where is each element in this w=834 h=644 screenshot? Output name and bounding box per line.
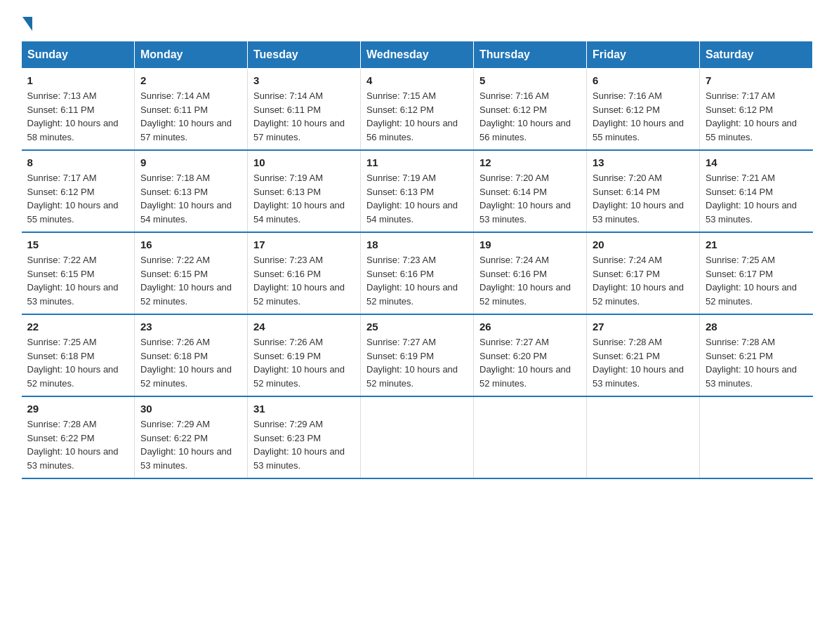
calendar-cell: 23 Sunrise: 7:26 AM Sunset: 6:18 PM Dayl… [135, 314, 248, 396]
calendar-cell [474, 396, 587, 478]
day-info: Sunrise: 7:25 AM Sunset: 6:18 PM Dayligh… [27, 335, 129, 390]
day-number: 2 [140, 74, 241, 86]
day-number: 22 [27, 321, 129, 333]
day-number: 3 [253, 74, 355, 86]
calendar-cell: 3 Sunrise: 7:14 AM Sunset: 6:11 PM Dayli… [248, 69, 361, 151]
calendar-cell: 6 Sunrise: 7:16 AM Sunset: 6:12 PM Dayli… [587, 69, 700, 151]
weekday-header-thursday: Thursday [474, 41, 587, 69]
day-info: Sunrise: 7:27 AM Sunset: 6:19 PM Dayligh… [366, 335, 468, 390]
week-row-1: 1 Sunrise: 7:13 AM Sunset: 6:11 PM Dayli… [22, 69, 813, 151]
calendar-cell: 29 Sunrise: 7:28 AM Sunset: 6:22 PM Dayl… [22, 396, 135, 478]
day-info: Sunrise: 7:23 AM Sunset: 6:16 PM Dayligh… [366, 253, 468, 308]
day-info: Sunrise: 7:17 AM Sunset: 6:12 PM Dayligh… [27, 171, 129, 226]
day-info: Sunrise: 7:26 AM Sunset: 6:19 PM Dayligh… [253, 335, 355, 390]
day-number: 15 [27, 239, 129, 250]
calendar-cell: 2 Sunrise: 7:14 AM Sunset: 6:11 PM Dayli… [135, 69, 248, 151]
calendar-cell: 18 Sunrise: 7:23 AM Sunset: 6:16 PM Dayl… [361, 232, 474, 314]
day-info: Sunrise: 7:27 AM Sunset: 6:20 PM Dayligh… [479, 335, 581, 390]
day-info: Sunrise: 7:22 AM Sunset: 6:15 PM Dayligh… [140, 253, 241, 308]
calendar-cell: 22 Sunrise: 7:25 AM Sunset: 6:18 PM Dayl… [22, 314, 135, 396]
weekday-header-tuesday: Tuesday [248, 41, 361, 69]
day-number: 5 [479, 74, 581, 86]
week-row-2: 8 Sunrise: 7:17 AM Sunset: 6:12 PM Dayli… [22, 150, 813, 232]
calendar-cell: 10 Sunrise: 7:19 AM Sunset: 6:13 PM Dayl… [248, 150, 361, 232]
day-info: Sunrise: 7:21 AM Sunset: 6:14 PM Dayligh… [706, 171, 807, 226]
calendar-cell: 28 Sunrise: 7:28 AM Sunset: 6:21 PM Dayl… [700, 314, 813, 396]
day-number: 7 [706, 74, 807, 86]
logo [21, 14, 32, 27]
calendar-cell: 24 Sunrise: 7:26 AM Sunset: 6:19 PM Dayl… [248, 314, 361, 396]
weekday-header-row: SundayMondayTuesdayWednesdayThursdayFrid… [22, 41, 813, 69]
calendar-cell: 27 Sunrise: 7:28 AM Sunset: 6:21 PM Dayl… [587, 314, 700, 396]
day-number: 20 [593, 239, 694, 250]
day-info: Sunrise: 7:20 AM Sunset: 6:14 PM Dayligh… [479, 171, 581, 226]
day-number: 1 [27, 74, 129, 86]
week-row-4: 22 Sunrise: 7:25 AM Sunset: 6:18 PM Dayl… [22, 314, 813, 396]
day-info: Sunrise: 7:29 AM Sunset: 6:22 PM Dayligh… [140, 417, 241, 472]
day-number: 10 [253, 156, 355, 168]
day-info: Sunrise: 7:28 AM Sunset: 6:21 PM Dayligh… [706, 335, 807, 390]
day-info: Sunrise: 7:16 AM Sunset: 6:12 PM Dayligh… [593, 89, 694, 144]
weekday-header-wednesday: Wednesday [361, 41, 474, 69]
day-info: Sunrise: 7:19 AM Sunset: 6:13 PM Dayligh… [366, 171, 468, 226]
week-row-5: 29 Sunrise: 7:28 AM Sunset: 6:22 PM Dayl… [22, 396, 813, 478]
day-number: 21 [706, 239, 807, 250]
weekday-header-sunday: Sunday [22, 41, 135, 69]
calendar-cell: 16 Sunrise: 7:22 AM Sunset: 6:15 PM Dayl… [135, 232, 248, 314]
calendar-table: SundayMondayTuesdayWednesdayThursdayFrid… [21, 41, 813, 479]
calendar-cell: 7 Sunrise: 7:17 AM Sunset: 6:12 PM Dayli… [700, 69, 813, 151]
day-info: Sunrise: 7:19 AM Sunset: 6:13 PM Dayligh… [253, 171, 355, 226]
day-number: 27 [593, 321, 694, 333]
calendar-cell: 1 Sunrise: 7:13 AM Sunset: 6:11 PM Dayli… [22, 69, 135, 151]
day-info: Sunrise: 7:24 AM Sunset: 6:17 PM Dayligh… [593, 253, 694, 308]
day-number: 31 [253, 403, 355, 415]
calendar-cell: 17 Sunrise: 7:23 AM Sunset: 6:16 PM Dayl… [248, 232, 361, 314]
day-number: 8 [27, 156, 129, 168]
logo-arrow-icon [22, 17, 32, 31]
day-number: 18 [366, 239, 468, 250]
calendar-cell: 14 Sunrise: 7:21 AM Sunset: 6:14 PM Dayl… [700, 150, 813, 232]
calendar-cell: 8 Sunrise: 7:17 AM Sunset: 6:12 PM Dayli… [22, 150, 135, 232]
calendar-cell: 12 Sunrise: 7:20 AM Sunset: 6:14 PM Dayl… [474, 150, 587, 232]
day-info: Sunrise: 7:28 AM Sunset: 6:22 PM Dayligh… [27, 417, 129, 472]
day-info: Sunrise: 7:18 AM Sunset: 6:13 PM Dayligh… [140, 171, 241, 226]
calendar-cell: 25 Sunrise: 7:27 AM Sunset: 6:19 PM Dayl… [361, 314, 474, 396]
calendar-cell: 31 Sunrise: 7:29 AM Sunset: 6:23 PM Dayl… [248, 396, 361, 478]
day-number: 30 [140, 403, 241, 415]
day-number: 24 [253, 321, 355, 333]
day-info: Sunrise: 7:24 AM Sunset: 6:16 PM Dayligh… [479, 253, 581, 308]
day-number: 23 [140, 321, 241, 333]
day-info: Sunrise: 7:28 AM Sunset: 6:21 PM Dayligh… [593, 335, 694, 390]
calendar-cell: 20 Sunrise: 7:24 AM Sunset: 6:17 PM Dayl… [587, 232, 700, 314]
calendar-cell: 11 Sunrise: 7:19 AM Sunset: 6:13 PM Dayl… [361, 150, 474, 232]
calendar-cell: 26 Sunrise: 7:27 AM Sunset: 6:20 PM Dayl… [474, 314, 587, 396]
day-info: Sunrise: 7:16 AM Sunset: 6:12 PM Dayligh… [479, 89, 581, 144]
day-number: 4 [366, 74, 468, 86]
day-number: 6 [593, 74, 694, 86]
day-number: 26 [479, 321, 581, 333]
day-number: 9 [140, 156, 241, 168]
day-number: 12 [479, 156, 581, 168]
day-number: 25 [366, 321, 468, 333]
day-info: Sunrise: 7:25 AM Sunset: 6:17 PM Dayligh… [706, 253, 807, 308]
calendar-cell: 5 Sunrise: 7:16 AM Sunset: 6:12 PM Dayli… [474, 69, 587, 151]
weekday-header-saturday: Saturday [700, 41, 813, 69]
day-number: 19 [479, 239, 581, 250]
calendar-cell [587, 396, 700, 478]
day-number: 16 [140, 239, 241, 250]
day-info: Sunrise: 7:14 AM Sunset: 6:11 PM Dayligh… [253, 89, 355, 144]
day-info: Sunrise: 7:23 AM Sunset: 6:16 PM Dayligh… [253, 253, 355, 308]
day-info: Sunrise: 7:13 AM Sunset: 6:11 PM Dayligh… [27, 89, 129, 144]
day-number: 28 [706, 321, 807, 333]
day-info: Sunrise: 7:22 AM Sunset: 6:15 PM Dayligh… [27, 253, 129, 308]
day-number: 14 [706, 156, 807, 168]
day-info: Sunrise: 7:29 AM Sunset: 6:23 PM Dayligh… [253, 417, 355, 472]
day-info: Sunrise: 7:14 AM Sunset: 6:11 PM Dayligh… [140, 89, 241, 144]
day-info: Sunrise: 7:15 AM Sunset: 6:12 PM Dayligh… [366, 89, 468, 144]
page-header [21, 14, 813, 27]
calendar-cell: 13 Sunrise: 7:20 AM Sunset: 6:14 PM Dayl… [587, 150, 700, 232]
calendar-cell: 21 Sunrise: 7:25 AM Sunset: 6:17 PM Dayl… [700, 232, 813, 314]
calendar-cell: 4 Sunrise: 7:15 AM Sunset: 6:12 PM Dayli… [361, 69, 474, 151]
calendar-cell: 19 Sunrise: 7:24 AM Sunset: 6:16 PM Dayl… [474, 232, 587, 314]
calendar-cell [700, 396, 813, 478]
